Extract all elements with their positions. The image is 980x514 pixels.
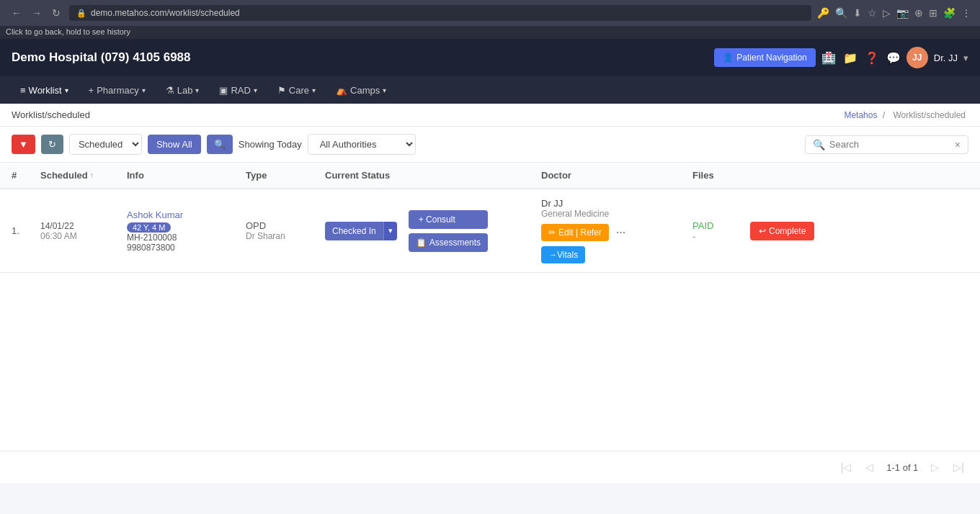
search-filter-button[interactable]: 🔍: [207, 135, 233, 154]
refresh-button[interactable]: ↻: [49, 6, 63, 20]
authority-select[interactable]: All Authorities: [308, 134, 416, 155]
checked-in-dropdown-button[interactable]: ▾: [383, 222, 397, 240]
edit-refer-button[interactable]: ✏ Edit | Refer: [541, 224, 609, 241]
table-header: # Scheduled ↑ Info Type Current Status D…: [0, 163, 980, 189]
assessments-button[interactable]: 📋 Assessments: [409, 233, 488, 252]
nav-item-pharmacy[interactable]: + Pharmacy ▾: [80, 81, 154, 100]
search-input[interactable]: [829, 139, 950, 150]
files-value: -: [692, 231, 695, 242]
chevron-down-icon-camps: ▾: [383, 86, 386, 94]
col-header-actions: [750, 170, 851, 181]
doctor-cell: Dr JJ General Medicine ✏ Edit | Refer ··…: [541, 198, 692, 263]
nav-item-worklist[interactable]: ≡ Worklist ▾: [12, 81, 77, 100]
help-icon: ❓: [865, 51, 879, 65]
browser-chrome: ← → ↻ 🔒 demo.metahos.com/worklist/schedu…: [0, 0, 980, 26]
patient-age-badge: 42 Y, 4 M: [127, 222, 171, 233]
main-content: # Scheduled ↑ Info Type Current Status D…: [0, 163, 980, 451]
status-cell: Checked In ▾ + Consult 📋 Assessments: [325, 210, 541, 252]
worklist-table: # Scheduled ↑ Info Type Current Status D…: [0, 163, 980, 273]
user-dropdown-icon[interactable]: ▾: [963, 53, 968, 63]
chevron-down-icon: ▾: [65, 86, 68, 94]
app-header: Demo Hospital (079) 4105 6988 👤 Patient …: [0, 39, 980, 76]
breadcrumb-home[interactable]: Metahos: [844, 110, 877, 120]
chat-icon: 💬: [886, 51, 901, 65]
next-page-button[interactable]: ▷: [927, 460, 943, 474]
scheduled-date: 14/01/22: [40, 221, 127, 231]
back-button[interactable]: ←: [9, 6, 24, 20]
media-icon: ▷: [883, 7, 891, 19]
row-num: 1.: [12, 225, 40, 236]
breadcrumb-nav: Metahos / Worklist/scheduled: [844, 110, 968, 120]
status-select[interactable]: Scheduled Completed Cancelled: [69, 134, 142, 155]
clear-search-icon[interactable]: ×: [955, 139, 961, 150]
files-cell: PAID -: [692, 220, 750, 242]
list-icon: ≡: [20, 85, 26, 96]
refresh-data-button[interactable]: ↻: [41, 135, 63, 154]
scheduled-cell: 14/01/22 06:30 AM: [40, 221, 127, 241]
forward-button[interactable]: →: [29, 6, 45, 20]
search-glass-icon: 🔍: [835, 7, 847, 19]
download-icon: ⬇: [853, 7, 862, 19]
first-page-button[interactable]: |◁: [837, 460, 856, 474]
camps-icon: ⛺: [336, 85, 347, 96]
header-icons: 🏥 📁 ❓ 💬: [821, 51, 901, 65]
complete-button[interactable]: ↩ Complete: [750, 222, 814, 240]
type-cell: OPD Dr Sharan: [246, 220, 325, 241]
care-icon: ⚑: [277, 85, 286, 96]
screenshot-icon: 📷: [896, 7, 909, 19]
consult-button[interactable]: + Consult: [409, 210, 488, 229]
doctor-name: Dr JJ: [541, 198, 692, 209]
hospital-icon: 🏥: [821, 51, 836, 65]
puzzle-icon: 🧩: [943, 7, 956, 19]
flask-icon: ⚗: [166, 85, 174, 96]
assigned-doctor: Dr Sharan: [246, 231, 325, 241]
visit-type: OPD: [246, 220, 325, 231]
col-header-num: #: [12, 170, 40, 181]
rad-icon: ▣: [219, 85, 228, 96]
alert-button[interactable]: ▼: [12, 135, 35, 154]
page-info: 1-1 of 1: [886, 462, 918, 473]
chevron-down-icon-care: ▾: [312, 86, 316, 94]
nav-item-lab[interactable]: ⚗ Lab ▾: [157, 81, 208, 100]
patient-phone: 9980873800: [127, 243, 246, 253]
chrome-icon: ⊕: [914, 7, 923, 19]
show-all-button[interactable]: Show All: [148, 135, 201, 154]
last-page-button[interactable]: ▷|: [949, 460, 968, 474]
nav-item-care[interactable]: ⚑ Care ▾: [269, 81, 324, 100]
nav-item-rad[interactable]: ▣ RAD ▾: [210, 81, 265, 100]
patient-name[interactable]: Ashok Kumar: [127, 209, 246, 220]
col-header-files: Files: [692, 170, 750, 181]
breadcrumb-title: Worklist/scheduled: [12, 109, 90, 120]
paid-status: PAID: [692, 220, 713, 231]
grid-icon: ⊞: [929, 7, 937, 19]
nav-item-camps[interactable]: ⛺ Camps ▾: [327, 81, 395, 100]
pagination: |◁ ◁ 1-1 of 1 ▷ ▷|: [0, 451, 980, 483]
scheduled-time: 06:30 AM: [40, 231, 127, 241]
doctor-actions-row: ✏ Edit | Refer ···: [541, 223, 628, 242]
sort-asc-icon[interactable]: ↑: [90, 171, 94, 179]
search-box[interactable]: 🔍 ×: [805, 135, 968, 154]
checked-in-button[interactable]: Checked In: [325, 222, 383, 240]
prev-page-button[interactable]: ◁: [861, 460, 878, 474]
chevron-down-icon-pharmacy: ▾: [142, 86, 146, 94]
browser-navigation: ← → ↻: [9, 6, 63, 20]
user-label: Dr. JJ: [934, 53, 958, 63]
key-icon: 🔑: [817, 7, 829, 19]
nav-menu: ≡ Worklist ▾ + Pharmacy ▾ ⚗ Lab ▾ ▣ RAD …: [0, 76, 980, 104]
toolbar: ▼ ↻ Scheduled Completed Cancelled Show A…: [0, 127, 980, 163]
patient-info-cell: Ashok Kumar 42 Y, 4 M MH-2100008 9980873…: [127, 209, 246, 253]
patient-navigation-button[interactable]: 👤 Patient Navigation: [714, 48, 815, 67]
more-options-button[interactable]: ···: [613, 223, 628, 242]
avatar[interactable]: JJ: [906, 47, 928, 68]
menu-icon: ⋮: [961, 7, 971, 19]
col-header-doctor: Doctor: [541, 170, 692, 181]
vitals-button[interactable]: →Vitals: [541, 246, 585, 263]
clipboard-icon: 📋: [416, 238, 427, 248]
url-bar[interactable]: 🔒 demo.metahos.com/worklist/scheduled: [69, 5, 811, 21]
complete-cell: ↩ Complete: [750, 222, 851, 240]
search-icon: 🔍: [813, 139, 825, 150]
user-plus-icon: 👤: [723, 53, 734, 63]
chevron-down-icon-lab: ▾: [195, 86, 199, 94]
col-header-type: Type: [246, 170, 325, 181]
table-row: 1. 14/01/22 06:30 AM Ashok Kumar 42 Y, 4…: [0, 189, 980, 273]
